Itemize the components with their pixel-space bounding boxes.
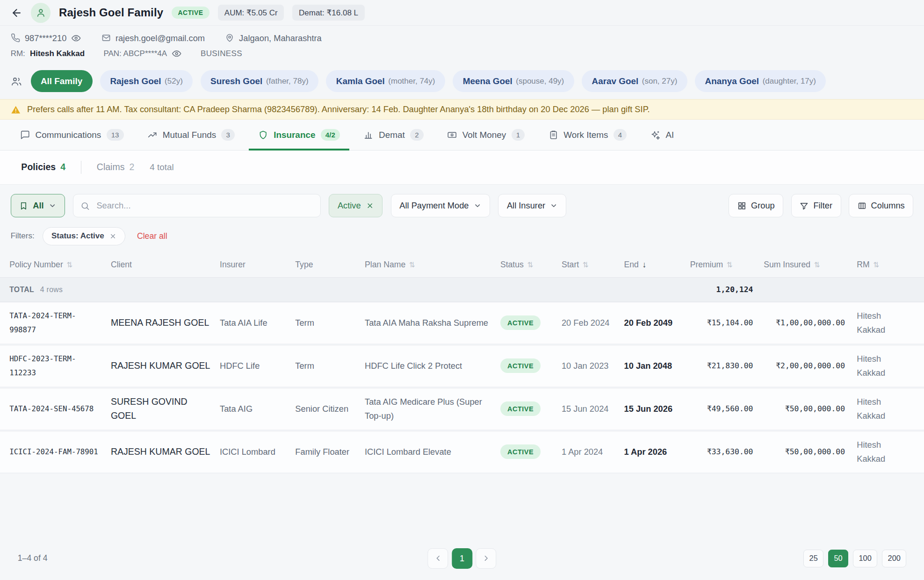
- column-header-label: Client: [111, 260, 132, 270]
- cell-start-date: 15 Jun 2024: [562, 402, 624, 416]
- policy-table-row[interactable]: TATA-2024-SEN-45678 SURESH GOVIND GOEL T…: [0, 388, 924, 431]
- table-actions: Group Filter Columns: [729, 194, 913, 217]
- group-button[interactable]: Group: [729, 194, 783, 217]
- family-member-name: Kamla Goel: [336, 76, 385, 86]
- search-box: [73, 194, 320, 217]
- contact-section: 987****210 rajesh.goel@gmail.com Jalgaon…: [0, 26, 924, 64]
- policy-table-row[interactable]: ICICI-2024-FAM-78901 RAJESH KUMAR GOEL I…: [0, 431, 924, 474]
- family-chips: Rajesh Goel (52y) Suresh Goel (father, 7…: [100, 70, 826, 92]
- cell-policy-number: HDFC-2023-TERM-112233: [9, 352, 111, 380]
- remove-filter-icon[interactable]: [109, 233, 116, 240]
- filter-button[interactable]: Filter: [791, 194, 841, 217]
- active-chip-label: Active: [338, 200, 361, 211]
- demat-chip: Demat: ₹16.08 L: [292, 5, 365, 21]
- column-header[interactable]: Premium ⇅: [690, 260, 764, 270]
- module-tab[interactable]: Demat 2: [354, 120, 433, 150]
- page-size-button[interactable]: 100: [853, 550, 877, 567]
- column-header[interactable]: Client: [111, 260, 220, 270]
- filter-label: Filter: [813, 200, 832, 211]
- cell-insurer: Tata AIA Life: [220, 316, 295, 330]
- subtab-policies[interactable]: Policies 4: [21, 162, 65, 172]
- column-header-label: Premium: [690, 260, 723, 270]
- client-category: BUSINESS: [201, 49, 242, 58]
- payment-mode-dropdown[interactable]: All Payment Mode: [391, 194, 490, 217]
- search-input[interactable]: [95, 200, 313, 212]
- module-tab[interactable]: AI: [641, 120, 684, 150]
- current-page-button[interactable]: 1: [452, 548, 472, 569]
- cell-rm: Hitesh Kakkad: [857, 309, 915, 337]
- cell-premium: ₹33,630.00: [690, 447, 764, 456]
- family-member-chip[interactable]: Suresh Goel (father, 78y): [201, 70, 318, 92]
- column-header[interactable]: Insurer: [220, 260, 295, 270]
- remove-active-filter-icon[interactable]: [366, 202, 374, 209]
- tab-count-badge: 4: [614, 129, 627, 141]
- pager: 1: [427, 548, 496, 569]
- cell-start-date: 1 Apr 2024: [562, 445, 624, 459]
- column-header[interactable]: End ↓: [624, 260, 690, 270]
- status-active-filter-pill[interactable]: Status: Active: [43, 227, 125, 246]
- column-header-label: Insurer: [220, 260, 245, 270]
- pan-reveal-eye-icon[interactable]: [172, 49, 181, 58]
- column-header[interactable]: Status ⇅: [500, 260, 562, 270]
- status-active-badge: ACTIVE: [500, 315, 541, 330]
- tab-count-badge: 13: [107, 129, 124, 141]
- insurer-dropdown[interactable]: All Insurer: [498, 194, 566, 217]
- family-member-chip[interactable]: Ananya Goel (daughter, 17y): [695, 70, 826, 92]
- sort-icon: ⇅: [527, 260, 533, 269]
- page-size-button[interactable]: 200: [882, 550, 906, 567]
- saved-view-dropdown[interactable]: All: [11, 194, 65, 217]
- policies-label: Policies: [21, 162, 56, 172]
- cell-rm: Hitesh Kakkad: [857, 438, 915, 466]
- column-header[interactable]: Start ⇅: [562, 260, 624, 270]
- applied-filters-bar: Filters: Status: Active Clear all: [0, 226, 924, 252]
- page-size-button[interactable]: 25: [803, 550, 823, 567]
- saved-view-label: All: [33, 200, 43, 211]
- cell-policy-number: TATA-2024-TERM-998877: [9, 309, 111, 337]
- module-tab[interactable]: Volt Money 1: [438, 120, 534, 150]
- mail-icon: [101, 33, 111, 43]
- cell-insurer: Tata AIG: [220, 402, 295, 416]
- module-tab[interactable]: Work Items 4: [539, 120, 636, 150]
- module-tab[interactable]: Mutual Funds 3: [138, 120, 244, 150]
- columns-button[interactable]: Columns: [849, 194, 913, 217]
- module-tab[interactable]: Communications 13: [11, 120, 133, 150]
- chat-icon: [20, 130, 30, 140]
- family-member-chip[interactable]: Meena Goel (spouse, 49y): [453, 70, 574, 92]
- family-member-name: Suresh Goel: [210, 76, 262, 86]
- next-page-button[interactable]: [476, 548, 497, 569]
- group-grid-icon: [737, 201, 746, 210]
- column-header[interactable]: Policy Number ⇅: [9, 260, 111, 270]
- clear-all-filters-button[interactable]: Clear all: [137, 231, 167, 241]
- phone-reveal-eye-icon[interactable]: [71, 33, 81, 43]
- policy-table-row[interactable]: HDFC-2023-TERM-112233 RAJESH KUMAR GOEL …: [0, 345, 924, 388]
- family-member-chip[interactable]: Rajesh Goel (52y): [100, 70, 193, 92]
- column-header[interactable]: RM ⇅: [857, 260, 915, 270]
- family-member-chip[interactable]: Aarav Goel (son, 27y): [582, 70, 687, 92]
- rm-group: RM: Hitesh Kakkad: [11, 49, 85, 58]
- page-size-button[interactable]: 50: [828, 550, 848, 567]
- policy-table-row[interactable]: TATA-2024-TERM-998877 MEENA RAJESH GOEL …: [0, 302, 924, 345]
- tab-count-badge: 4/2: [321, 129, 340, 141]
- column-header[interactable]: Sum Insured ⇅: [764, 260, 857, 270]
- tab-label: Volt Money: [462, 130, 506, 140]
- column-header-label: RM: [857, 260, 869, 270]
- page-size-selector: 25 50 100 200: [803, 550, 906, 567]
- prev-page-button[interactable]: [427, 548, 448, 569]
- person-icon: [36, 7, 46, 18]
- column-header[interactable]: Plan Name ⇅: [365, 260, 500, 270]
- location-group: Jalgaon, Maharashtra: [225, 33, 322, 43]
- cell-rm: Hitesh Kakkad: [857, 395, 915, 423]
- chevron-left-icon: [433, 554, 442, 563]
- back-button[interactable]: [11, 7, 22, 19]
- cell-policy-number: ICICI-2024-FAM-78901: [9, 445, 111, 459]
- family-chip-all-family[interactable]: All Family: [31, 70, 93, 92]
- policies-table: Policy Number ⇅ Client Insurer: [0, 252, 924, 474]
- table-body: TATA-2024-TERM-998877 MEENA RAJESH GOEL …: [0, 302, 924, 474]
- column-header[interactable]: Type: [295, 260, 365, 270]
- cell-insurer: HDFC Life: [220, 359, 295, 373]
- module-tab[interactable]: Insurance 4/2: [249, 120, 349, 150]
- family-member-chip[interactable]: Kamla Goel (mother, 74y): [326, 70, 445, 92]
- active-filter-chip[interactable]: Active: [329, 194, 383, 217]
- claims-label: Claims: [97, 162, 125, 172]
- subtab-claims[interactable]: Claims 2: [97, 162, 135, 172]
